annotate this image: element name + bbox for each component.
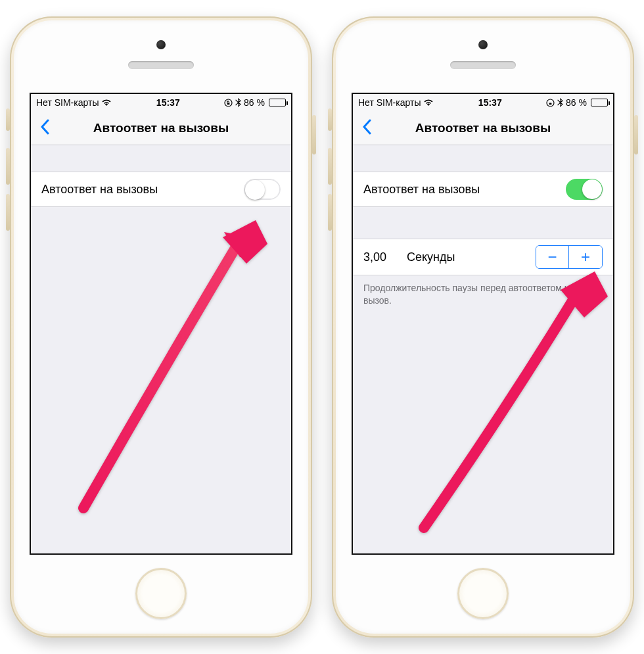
power-button	[634, 115, 638, 154]
volume-down	[328, 194, 332, 231]
front-camera	[156, 40, 166, 49]
rotation-lock-icon	[224, 99, 233, 107]
back-button[interactable]	[36, 116, 53, 141]
svg-marker-2	[223, 220, 267, 264]
screen: Нет SIM-карты 15:37 86 %	[352, 93, 614, 555]
carrier-text: Нет SIM-карты	[358, 97, 421, 108]
earpiece-speaker	[128, 61, 194, 69]
bluetooth-icon	[235, 98, 241, 107]
phone-left: Нет SIM-карты 15:37 86 %	[10, 16, 312, 638]
auto-answer-label: Автоответ на вызовы	[363, 183, 566, 197]
bluetooth-icon	[557, 98, 563, 107]
phone-right: Нет SIM-карты 15:37 86 %	[332, 16, 634, 638]
volume-up	[6, 148, 10, 185]
svg-rect-1	[227, 103, 230, 105]
status-bar: Нет SIM-карты 15:37 86 %	[353, 94, 613, 111]
battery-icon	[591, 99, 608, 106]
wifi-icon	[423, 99, 434, 106]
stepper-minus-button[interactable]: −	[536, 246, 569, 268]
earpiece-speaker	[450, 61, 516, 69]
screen: Нет SIM-карты 15:37 86 %	[30, 93, 292, 555]
back-button[interactable]	[358, 116, 375, 141]
front-camera	[478, 40, 488, 49]
status-bar: Нет SIM-карты 15:37 86 %	[31, 94, 291, 111]
page-title: Автоответ на вызовы	[415, 121, 551, 135]
volume-down	[6, 194, 10, 231]
carrier-text: Нет SIM-карты	[36, 97, 99, 108]
section-spacer	[353, 207, 613, 239]
nav-bar: Автоответ на вызовы	[353, 111, 613, 145]
section-spacer	[353, 145, 613, 172]
auto-answer-label: Автоответ на вызовы	[41, 183, 244, 197]
wifi-icon	[101, 99, 112, 106]
seconds-row: 3,00 Секунды − +	[353, 239, 613, 275]
home-button[interactable]	[135, 568, 187, 619]
auto-answer-toggle[interactable]	[244, 179, 281, 200]
mute-switch	[6, 108, 10, 131]
home-button[interactable]	[457, 568, 509, 619]
seconds-value: 3,00	[363, 250, 395, 264]
battery-pct: 86 %	[566, 97, 587, 108]
auto-answer-row[interactable]: Автоответ на вызовы	[31, 172, 291, 207]
seconds-footer: Продолжительность паузы перед автоответо…	[353, 275, 613, 307]
auto-answer-row[interactable]: Автоответ на вызовы	[353, 172, 613, 207]
clock: 15:37	[478, 97, 502, 108]
battery-icon	[269, 99, 286, 106]
rotation-lock-icon	[546, 99, 555, 107]
auto-answer-toggle[interactable]	[566, 179, 603, 200]
clock: 15:37	[156, 97, 180, 108]
section-spacer	[31, 145, 291, 172]
power-button	[312, 115, 316, 154]
nav-bar: Автоответ на вызовы	[31, 111, 291, 145]
page-title: Автоответ на вызовы	[93, 121, 229, 135]
mute-switch	[328, 108, 332, 131]
seconds-stepper: − +	[536, 245, 603, 269]
stepper-plus-button[interactable]: +	[569, 246, 602, 268]
battery-pct: 86 %	[244, 97, 265, 108]
seconds-unit: Секунды	[407, 250, 524, 264]
volume-up	[328, 148, 332, 185]
svg-rect-4	[549, 103, 552, 105]
annotation-arrow	[70, 199, 274, 515]
